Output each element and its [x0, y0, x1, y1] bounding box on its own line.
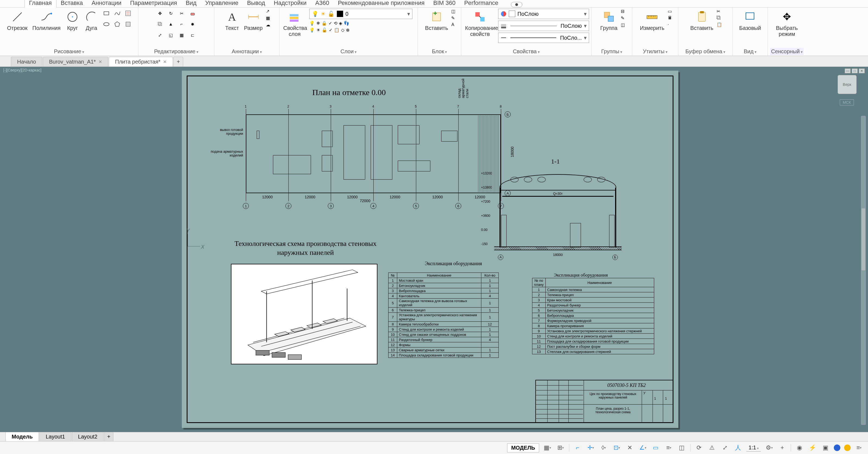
baseview-button[interactable]: Базовый	[738, 9, 763, 32]
ellipse-icon[interactable]	[102, 20, 111, 29]
panel-view-title[interactable]: Вид	[735, 48, 766, 55]
ribbon-tab-4[interactable]: Вид	[181, 0, 201, 7]
layer-merge-icon[interactable]: ⊕	[346, 27, 349, 33]
layer-state-icon[interactable]: 📋	[334, 27, 339, 33]
annoscale-toggle[interactable]: 人	[734, 443, 743, 452]
paste-spec-icon[interactable]: 📋	[717, 22, 722, 27]
array-icon[interactable]: ▦	[177, 30, 186, 40]
fillet-icon[interactable]: ⌐	[177, 20, 186, 29]
panel-block-title[interactable]: Блок	[420, 48, 459, 55]
otrack-toggle[interactable]: ∠	[638, 443, 647, 452]
autoscale-toggle[interactable]: ⤢	[720, 443, 730, 452]
vertical-scrollbar[interactable]	[861, 116, 866, 425]
clean-screen[interactable]: ▣	[821, 443, 830, 452]
annomon2[interactable]: +	[778, 443, 787, 452]
layer-freeze-icon[interactable]: ❄	[316, 21, 320, 26]
panel-props-title[interactable]: Свойства	[463, 48, 589, 55]
copy-icon[interactable]: ⿻	[155, 20, 165, 29]
ribbon-tab-11[interactable]: Performance	[460, 0, 503, 7]
new-tab-button[interactable]: +	[174, 57, 183, 66]
insert-block-button[interactable]: Вставить	[424, 9, 450, 32]
ribbon-tab-7[interactable]: Надстройки	[270, 0, 311, 7]
ribbon-tab-9[interactable]: Рекомендованные приложения	[334, 0, 429, 7]
move-icon[interactable]: ✥	[155, 9, 165, 18]
stretch-icon[interactable]: ⤢	[155, 30, 165, 40]
scale-combo[interactable]: 1:1	[746, 444, 761, 452]
customize-status[interactable]: ≡	[855, 443, 864, 452]
file-tab-0[interactable]: Начало	[11, 57, 42, 66]
layer-combo[interactable]: 💡☀🔓0▾	[309, 9, 412, 19]
touch-button[interactable]: ✥Выбрать режим	[773, 9, 801, 38]
osnap-toggle[interactable]: ⊡	[612, 443, 621, 452]
polygon-icon[interactable]	[113, 20, 122, 29]
3dosnap-toggle[interactable]: ✕	[625, 443, 634, 452]
scale-icon[interactable]: ◱	[166, 30, 176, 40]
ungroup-icon[interactable]: ⊟	[621, 9, 625, 14]
copy-clip-icon[interactable]: ⿻	[717, 16, 722, 20]
table-icon[interactable]: ▦	[266, 16, 270, 21]
dimension-button[interactable]: Размер	[242, 9, 264, 32]
panel-utils-title[interactable]: Утилиты	[634, 48, 676, 55]
layer-thaw-icon[interactable]: ☀	[316, 27, 320, 33]
layout-tab-2[interactable]: Layout2	[72, 432, 104, 442]
erase-icon[interactable]	[188, 9, 197, 18]
panel-groups-title[interactable]: Группы	[594, 48, 630, 55]
polar-toggle[interactable]: ✛	[586, 443, 595, 452]
rotate-icon[interactable]: ↻	[166, 9, 176, 18]
dyn-input-toggle[interactable]: ▭	[651, 443, 660, 452]
ribbon-tab-6[interactable]: Вывод	[243, 0, 270, 7]
hardware-accel[interactable]: ⚡	[808, 443, 817, 452]
calc-icon[interactable]: 🖩	[668, 16, 672, 20]
text-button[interactable]: AТекст	[223, 9, 241, 32]
cycle-toggle[interactable]: ⟳	[694, 443, 704, 452]
file-tab-1[interactable]: Burov_vatman_A1*✕	[43, 57, 108, 66]
layer-walk-icon[interactable]: 👣	[344, 21, 349, 26]
leader-icon[interactable]: ↗	[266, 9, 270, 14]
arc-button[interactable]: Дуга	[83, 9, 100, 32]
layer-lock-icon[interactable]: 🔒	[321, 21, 327, 26]
ribbon-tab-1[interactable]: Вставка	[56, 0, 87, 7]
transparency-toggle[interactable]: ◫	[677, 443, 686, 452]
polyline-button[interactable]: Полилиния	[31, 9, 62, 32]
cloud-icon[interactable]: ☁	[266, 22, 270, 27]
explode-icon[interactable]: ✸	[188, 20, 197, 29]
mirror-icon[interactable]: ▲	[166, 20, 176, 29]
layer-iso-icon[interactable]: ◈	[339, 21, 342, 26]
new-layout-button[interactable]: +	[104, 432, 114, 442]
close-icon[interactable]: ✕	[163, 59, 166, 64]
ribbon-tab-0[interactable]: Главная	[24, 0, 56, 8]
close-icon[interactable]: ✕	[859, 68, 865, 73]
help-pill[interactable]	[511, 2, 522, 7]
panel-draw-title[interactable]: Рисование	[2, 48, 136, 55]
line-button[interactable]: Отрезок	[5, 9, 29, 32]
attr-icon[interactable]: A	[451, 22, 455, 27]
linetype-combo[interactable]: ПоСло...▾	[498, 33, 589, 43]
panel-modify-title[interactable]: Редактирование	[141, 48, 212, 55]
measure-button[interactable]: Измерить	[638, 9, 666, 32]
close-icon[interactable]: ✕	[98, 59, 102, 64]
viewcube[interactable]: Верх	[838, 75, 857, 94]
ribbon-tab-5[interactable]: Управление	[201, 0, 243, 7]
max-icon[interactable]: □	[852, 68, 858, 73]
group-edit-icon[interactable]: ✎	[621, 16, 625, 21]
layer-off-icon[interactable]: 💡	[309, 21, 315, 26]
offset-icon[interactable]: ⊏	[188, 30, 197, 40]
grid-toggle[interactable]: ▦	[543, 443, 552, 452]
panel-layers-title[interactable]: Слои	[282, 48, 415, 55]
viewport-hint[interactable]: [-][Сверху][2D-каркас]	[3, 68, 41, 72]
region-icon[interactable]	[123, 20, 133, 29]
ribbon-tab-2[interactable]: Аннотации	[87, 0, 126, 7]
layer-uniso-icon[interactable]: ◇	[341, 27, 344, 33]
group-bb-icon[interactable]: ◫	[621, 22, 625, 27]
iso-toggle[interactable]: ◊	[599, 443, 608, 452]
spline-icon[interactable]	[113, 9, 122, 18]
panel-clip-title[interactable]: Буфер обмена	[681, 48, 730, 55]
ribbon-tab-10[interactable]: BIM 360	[429, 0, 460, 7]
group-button[interactable]: Группа	[598, 9, 619, 32]
ribbon-tab-8[interactable]: A360	[311, 0, 334, 7]
select-icon[interactable]: ▭	[668, 9, 672, 14]
isolate-toggle[interactable]: ◉	[795, 443, 804, 452]
annomon-toggle[interactable]: ⚠	[707, 443, 717, 452]
point-icon[interactable]: ·	[668, 22, 672, 27]
cut-icon[interactable]: ✂	[717, 9, 722, 14]
